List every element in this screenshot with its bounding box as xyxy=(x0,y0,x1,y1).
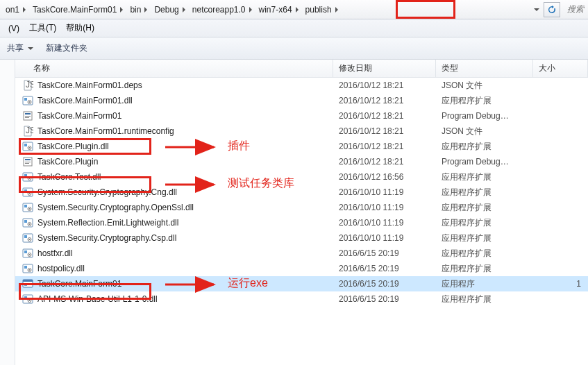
menu-item[interactable]: 帮助(H) xyxy=(62,20,99,36)
breadcrumb-item[interactable]: on1 xyxy=(1,2,28,17)
breadcrumb-item[interactable]: win7-x64 xyxy=(255,2,301,17)
json-icon: JS xyxy=(22,80,33,91)
svg-rect-6 xyxy=(25,113,31,114)
file-date: 2016/6/15 20:19 xyxy=(333,264,436,273)
file-name: TaskCore.MainForm01 xyxy=(37,111,121,121)
dll-icon xyxy=(22,171,33,182)
breadcrumb-item[interactable]: TaskCore.MainForm01 xyxy=(28,2,126,17)
column-header-date[interactable]: 修改日期 xyxy=(333,60,436,77)
file-name: TaskCore.Plugin.dll xyxy=(37,142,109,151)
file-type: 应用程序扩展 xyxy=(436,232,533,244)
chevron-right-icon xyxy=(120,7,123,12)
file-row[interactable]: System.Security.Cryptography.Cng.dll2016… xyxy=(15,185,588,200)
file-type: 应用程序扩展 xyxy=(436,187,533,198)
svg-rect-50 xyxy=(24,296,27,299)
svg-rect-16 xyxy=(25,162,31,162)
chevron-right-icon xyxy=(249,7,252,12)
file-row[interactable]: System.Reflection.Emit.Lightweight.dll20… xyxy=(15,215,588,230)
svg-rect-7 xyxy=(25,116,31,117)
breadcrumb-item[interactable]: publish xyxy=(301,2,341,17)
svg-rect-23 xyxy=(24,189,27,192)
svg-rect-11 xyxy=(24,144,27,146)
file-type: 应用程序扩展 xyxy=(436,171,533,183)
share-label: 共享 xyxy=(7,42,24,54)
file-date: 2016/10/12 16:56 xyxy=(333,172,436,182)
file-name: System.Security.Cryptography.Csp.dll xyxy=(37,233,176,243)
file-date: 2016/10/10 11:19 xyxy=(333,187,436,197)
file-name: System.Security.Cryptography.Cng.dll xyxy=(37,187,177,197)
column-header-row: 名称 修改日期 类型 大小 xyxy=(15,60,588,78)
dll-icon xyxy=(22,217,33,228)
file-row[interactable]: TaskCore.Plugin.dll2016/10/12 18:21应用程序扩… xyxy=(15,139,588,154)
refresh-icon xyxy=(548,6,556,14)
menu-item[interactable]: (V) xyxy=(4,22,24,35)
file-name: System.Security.Cryptography.OpenSsl.dll xyxy=(37,203,194,212)
svg-point-41 xyxy=(29,254,31,255)
svg-point-13 xyxy=(29,147,31,148)
file-name: TaskCore.MainForm01.deps xyxy=(37,80,142,90)
file-row[interactable]: hostfxr.dll2016/6/15 20:19应用程序扩展 xyxy=(15,246,588,261)
file-type: 应用程序扩展 xyxy=(436,202,533,214)
file-type: 应用程序扩展 xyxy=(436,95,533,107)
toolbar: 共享 新建文件夹 xyxy=(0,37,588,60)
dll-icon xyxy=(22,202,33,213)
dll-icon xyxy=(22,187,33,198)
search-input[interactable]: 搜索 xyxy=(563,3,587,15)
svg-rect-47 xyxy=(23,280,33,282)
file-date: 2016/6/15 20:19 xyxy=(333,294,436,304)
svg-point-21 xyxy=(29,178,31,179)
file-list: 名称 修改日期 类型 大小 JSTaskCore.MainForm01.deps… xyxy=(15,60,588,365)
breadcrumb-item-label: TaskCore.MainForm01 xyxy=(33,5,117,15)
column-header-size[interactable]: 大小 xyxy=(533,60,588,77)
dll-icon xyxy=(22,232,33,244)
file-row[interactable]: System.Security.Cryptography.OpenSsl.dll… xyxy=(15,200,588,215)
svg-rect-8 xyxy=(25,117,29,118)
file-row[interactable]: JSTaskCore.MainForm01.runtimeconfig2016/… xyxy=(15,124,588,139)
file-name: API-MS-Win-Base-Util-L1-1-0.dll xyxy=(37,294,158,304)
file-row[interactable]: hostpolicy.dll2016/6/15 20:19应用程序扩展 xyxy=(15,261,588,276)
file-row[interactable]: TaskCore.MainForm01.dll2016/10/12 18:21应… xyxy=(15,93,588,108)
svg-rect-17 xyxy=(25,163,29,164)
dropdown-arrow-icon xyxy=(28,47,33,50)
file-row[interactable]: TaskCore.Test.dll2016/10/12 16:56应用程序扩展 xyxy=(15,169,588,185)
file-type: 应用程序 xyxy=(436,278,533,290)
breadcrumb-item-label: win7-x64 xyxy=(259,5,292,15)
svg-point-25 xyxy=(29,193,31,194)
refresh-button[interactable] xyxy=(544,2,560,17)
file-date: 2016/10/10 11:19 xyxy=(333,203,436,212)
file-row[interactable]: API-MS-Win-Base-Util-L1-1-0.dll2016/6/15… xyxy=(15,291,588,307)
breadcrumb-item[interactable]: netcoreapp1.0 xyxy=(188,2,255,17)
file-row[interactable]: JSTaskCore.MainForm01.deps2016/10/12 18:… xyxy=(15,78,588,93)
file-name: hostpolicy.dll xyxy=(37,264,85,273)
breadcrumb-item[interactable]: Debug xyxy=(150,2,187,17)
chevron-right-icon xyxy=(144,7,147,12)
file-type: 应用程序扩展 xyxy=(436,248,533,260)
file-row[interactable]: System.Security.Cryptography.Csp.dll2016… xyxy=(15,230,588,246)
file-type: 应用程序扩展 xyxy=(436,294,533,305)
svg-rect-2 xyxy=(24,98,27,101)
svg-point-4 xyxy=(29,101,31,103)
breadcrumb-dropdown-icon[interactable] xyxy=(534,8,539,11)
menu-item[interactable]: 工具(T) xyxy=(25,20,60,36)
file-type: JSON 文件 xyxy=(436,126,533,137)
breadcrumb-item[interactable]: bin xyxy=(126,2,150,17)
file-date: 2016/10/12 18:21 xyxy=(333,142,436,151)
share-button[interactable]: 共享 xyxy=(7,42,33,54)
exe-icon xyxy=(22,278,33,289)
column-header-type[interactable]: 类型 xyxy=(436,60,533,77)
new-folder-button[interactable]: 新建文件夹 xyxy=(46,42,87,54)
file-row[interactable]: TaskCore.MainForm012016/10/12 18:21Progr… xyxy=(15,108,588,124)
file-date: 2016/6/15 20:19 xyxy=(333,248,436,258)
svg-rect-19 xyxy=(24,174,27,177)
column-header-name[interactable]: 名称 xyxy=(15,60,333,77)
svg-point-45 xyxy=(29,269,31,271)
chevron-right-icon xyxy=(23,7,26,12)
pdb-icon xyxy=(22,156,33,167)
file-date: 2016/6/15 20:19 xyxy=(333,279,436,289)
file-row[interactable]: TaskCore.Plugin2016/10/12 18:21Program D… xyxy=(15,154,588,169)
file-date: 2016/10/12 18:21 xyxy=(333,111,436,121)
file-type: 应用程序扩展 xyxy=(436,263,533,275)
file-row[interactable]: TaskCore.MainForm012016/6/15 20:19应用程序1 xyxy=(15,276,588,291)
file-date: 2016/10/12 18:21 xyxy=(333,80,436,90)
dll-icon xyxy=(22,141,33,152)
